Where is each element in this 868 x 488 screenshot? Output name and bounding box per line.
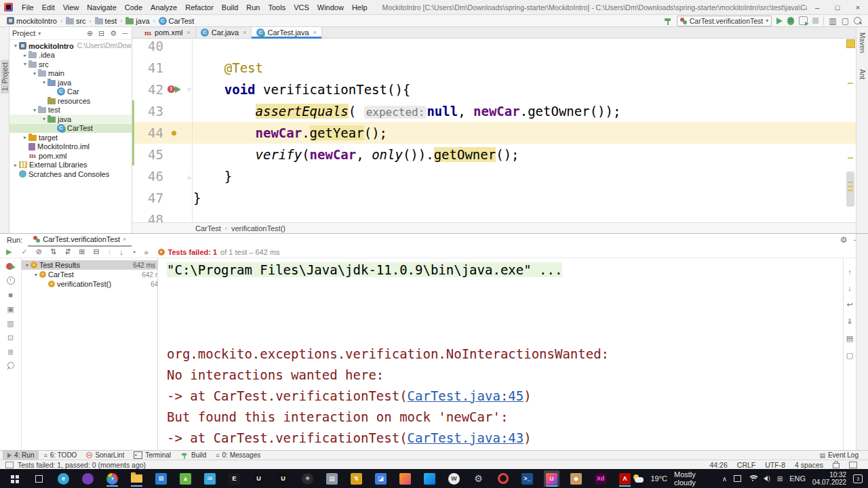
warning-mark[interactable] xyxy=(848,157,853,159)
word-app-icon[interactable]: W xyxy=(446,470,462,487)
collapse-all-icon[interactable]: ⊟ xyxy=(90,247,104,256)
scroll-to-end-icon[interactable]: ⇓ xyxy=(846,317,852,326)
hide-panel-icon[interactable]: ─ xyxy=(121,29,129,37)
settings-gear-icon[interactable]: ⚙ xyxy=(471,470,486,487)
failed-test-run-icon[interactable] xyxy=(167,85,182,94)
capture-tool-icon[interactable]: ↯ xyxy=(349,470,364,487)
project-tree-item[interactable]: resources xyxy=(9,96,132,106)
menu-run[interactable]: Run xyxy=(242,3,264,12)
acrobat-icon[interactable]: Λ xyxy=(617,470,633,487)
project-tree-item[interactable]: Car xyxy=(9,87,132,97)
inspection-indicator[interactable] xyxy=(846,39,855,48)
project-tree-item[interactable]: ▸External Libraries xyxy=(9,161,132,170)
project-tree-item[interactable]: ▾java xyxy=(9,78,132,87)
wifi-icon[interactable] xyxy=(748,475,757,483)
code-line[interactable]: 47} xyxy=(132,187,856,209)
stacktrace-link[interactable]: CarTest.java:45 xyxy=(408,388,524,403)
stop-icon[interactable]: ■ xyxy=(8,291,13,299)
blue-tool-icon[interactable]: ◪ xyxy=(373,470,389,487)
menu-window[interactable]: Window xyxy=(313,3,348,12)
project-tree-item[interactable]: ▾main xyxy=(9,69,132,79)
shutter-app-icon[interactable]: ✳ xyxy=(300,470,315,487)
editor-scrollbar[interactable] xyxy=(846,171,854,207)
code-line[interactable]: 40 xyxy=(132,39,856,57)
indent-style[interactable]: 4 spaces xyxy=(795,461,823,469)
next-failed-icon[interactable]: ↓ xyxy=(115,248,127,256)
project-panel-title[interactable]: Project xyxy=(12,29,35,37)
close-icon[interactable]: × xyxy=(123,236,126,243)
breadcrumb-item[interactable]: CarTest xyxy=(157,17,196,25)
project-tree-item[interactable]: Scratches and Consoles xyxy=(9,169,132,179)
code-line[interactable]: 41 @Test xyxy=(132,57,856,79)
weather-condition[interactable]: Mostly cloudy xyxy=(674,470,715,487)
soft-wrap-icon[interactable]: ↩ xyxy=(846,300,852,309)
intellij-idea-icon[interactable]: IJ xyxy=(544,470,559,487)
toolwindow-button-run[interactable]: 4: Run xyxy=(3,451,39,460)
menu-code[interactable]: Code xyxy=(121,3,146,12)
project-tree-item[interactable]: ▸target xyxy=(9,133,132,142)
chevron-expanded-icon[interactable]: ▾ xyxy=(22,61,28,67)
breadcrumb-item[interactable]: java xyxy=(124,17,151,25)
breadcrumb-item[interactable]: src xyxy=(64,17,87,25)
close-icon[interactable]: × xyxy=(313,29,317,36)
weather-temperature[interactable]: 19°C xyxy=(650,474,667,483)
edge-icon[interactable]: e xyxy=(56,470,71,487)
media-app-icon[interactable] xyxy=(80,470,96,487)
read-only-lock-icon[interactable] xyxy=(833,463,840,468)
rerun-failed-tests-icon[interactable] xyxy=(6,262,16,270)
task-view-icon[interactable] xyxy=(31,470,47,487)
weather-icon[interactable] xyxy=(633,474,644,483)
down-stacktrace-icon[interactable]: ↓ xyxy=(848,284,852,292)
notification-center-icon[interactable]: 3 xyxy=(853,474,863,483)
import-results-icon[interactable]: ⊡ xyxy=(7,333,14,342)
chevron-collapsed-icon[interactable]: ▸ xyxy=(22,134,28,140)
toolwindow-button-sonar[interactable]: SonarLint xyxy=(81,451,129,460)
chevron-expanded-icon[interactable]: ▾ xyxy=(31,107,38,113)
menu-file[interactable]: File xyxy=(18,3,38,12)
language-indicator[interactable]: ENG xyxy=(789,474,806,483)
run-config-combo[interactable]: CarTest.verificationTest ▾ xyxy=(677,16,772,26)
menu-refactor[interactable]: Refactor xyxy=(181,3,218,12)
clock[interactable]: 10:32 04.07.2022 xyxy=(812,471,846,486)
editor-tab[interactable]: Car.java× xyxy=(196,27,252,38)
project-tree-item[interactable]: MockitoIntro.iml xyxy=(9,142,132,152)
expand-all-icon[interactable]: ⊞ xyxy=(75,247,89,256)
menu-vcs[interactable]: VCS xyxy=(290,3,313,12)
sort-by-duration-icon[interactable]: ⇵ xyxy=(60,247,75,256)
previous-failed-icon[interactable]: ↑ xyxy=(104,248,116,256)
close-icon[interactable]: × xyxy=(187,29,191,36)
event-log-button[interactable]: ▤ Event Log xyxy=(819,451,868,459)
test-tree-item[interactable]: verificationTest()642 ms xyxy=(22,279,158,289)
project-tree-item[interactable]: CarTest xyxy=(9,124,132,134)
chevron-expanded-icon[interactable]: ▾ xyxy=(31,70,38,77)
chevron-expanded-icon[interactable]: ▾ xyxy=(41,116,47,122)
unreal-engine-2-icon[interactable]: U xyxy=(275,470,291,487)
minimize-button[interactable]: – xyxy=(807,0,827,14)
opera-icon[interactable] xyxy=(495,470,511,487)
display-tray-icon[interactable] xyxy=(734,475,741,482)
run-button[interactable] xyxy=(776,18,783,24)
photos-icon[interactable]: ▲ xyxy=(178,470,193,487)
collapse-all-icon[interactable]: ⊟ xyxy=(97,29,106,38)
start-button-icon[interactable] xyxy=(7,470,22,487)
chevron-expanded-icon[interactable]: ▾ xyxy=(24,262,31,268)
epic-games-icon[interactable]: E xyxy=(226,470,242,487)
up-stacktrace-icon[interactable]: ↑ xyxy=(848,268,852,276)
menu-help[interactable]: Help xyxy=(348,3,372,12)
locate-file-icon[interactable]: ⊕ xyxy=(85,29,94,38)
chevron-expanded-icon[interactable]: ▾ xyxy=(41,79,47,85)
pin-tab-icon[interactable] xyxy=(6,361,16,370)
volume-icon[interactable]: ) xyxy=(764,475,770,482)
warning-mark[interactable] xyxy=(848,83,853,84)
menu-tools[interactable]: Tools xyxy=(264,3,290,12)
menu-build[interactable]: Build xyxy=(218,3,242,12)
toolwindow-button-terminal[interactable]: ▸Terminal xyxy=(129,451,176,460)
toolwindow-button-build[interactable]: Build xyxy=(176,451,211,460)
code-line[interactable]: 42▿ void verificationTest(){ xyxy=(132,79,856,100)
project-tree-item[interactable]: ▾test xyxy=(9,106,132,115)
chrome-icon[interactable] xyxy=(104,470,120,487)
run-tab[interactable]: CarTest.verificationTest × xyxy=(28,233,132,247)
chevron-collapsed-icon[interactable]: ▸ xyxy=(22,52,28,58)
project-tree-item[interactable]: ▸.idea xyxy=(9,51,132,60)
code-line[interactable]: 48 xyxy=(132,209,856,222)
